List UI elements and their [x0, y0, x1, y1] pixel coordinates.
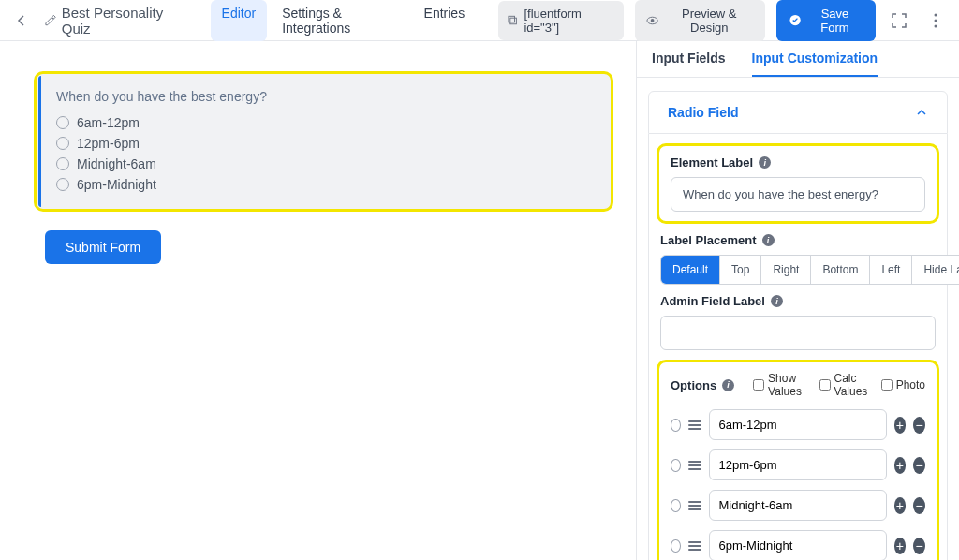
option-default-radio[interactable] — [671, 419, 681, 432]
field-question: When do you have the best energy? — [56, 89, 594, 104]
placement-left[interactable]: Left — [870, 256, 912, 284]
radio-options-list: 6am-12pm 12pm-6pm Midnight-6am 6pm-Midni… — [56, 115, 594, 192]
info-icon[interactable]: i — [762, 234, 775, 246]
label-placement-buttons: Default Top Right Bottom Left Hide Label — [660, 255, 959, 285]
remove-option-button[interactable]: − — [913, 538, 925, 554]
placement-default[interactable]: Default — [661, 256, 720, 284]
option-default-radio[interactable] — [671, 499, 681, 512]
radio-icon — [56, 137, 69, 150]
radio-field-panel-body: Element Label i Label Placement i Defaul… — [648, 134, 948, 560]
radio-field-panel-header[interactable]: Radio Field — [648, 91, 948, 134]
option-default-radio[interactable] — [671, 539, 681, 553]
form-title[interactable]: Best Personality Quiz — [44, 5, 188, 37]
admin-label-label: Admin Field Label i — [660, 294, 936, 308]
show-values-checkbox[interactable]: Show Values — [753, 372, 809, 398]
photo-checkbox[interactable]: Photo — [881, 378, 925, 391]
svg-point-6 — [934, 19, 937, 22]
radio-icon — [56, 178, 69, 191]
placement-top[interactable]: Top — [720, 256, 761, 284]
drag-handle-icon[interactable] — [688, 420, 701, 430]
info-icon[interactable]: i — [771, 295, 783, 307]
nav-tabs: Editor Settings & Integrations Entries — [211, 0, 477, 41]
more-menu-button[interactable] — [923, 7, 948, 34]
option-row: + − — [671, 490, 925, 521]
tab-entries[interactable]: Entries — [413, 0, 477, 41]
remove-option-button[interactable]: − — [913, 417, 925, 434]
svg-rect-0 — [510, 18, 517, 24]
fullscreen-button[interactable] — [887, 7, 911, 34]
back-button[interactable] — [11, 9, 33, 32]
admin-label-group: Admin Field Label i — [660, 294, 936, 350]
save-button[interactable]: Save Form — [776, 0, 876, 41]
chevron-left-icon — [16, 15, 27, 26]
radio-option[interactable]: 12pm-6pm — [56, 136, 594, 151]
copy-icon — [508, 15, 518, 26]
radio-option[interactable]: 6am-12pm — [56, 115, 594, 130]
info-icon[interactable]: i — [722, 379, 734, 391]
option-row: + − — [671, 449, 925, 480]
remove-option-button[interactable]: − — [913, 457, 925, 474]
panel-title: Radio Field — [668, 105, 738, 120]
element-label-label: Element Label i — [671, 155, 925, 169]
eye-icon — [646, 14, 658, 27]
placement-bottom[interactable]: Bottom — [811, 256, 870, 284]
add-option-button[interactable]: + — [894, 497, 907, 514]
add-option-button[interactable]: + — [894, 457, 907, 474]
label-placement-group: Label Placement i Default Top Right Bott… — [660, 233, 936, 285]
radio-icon — [56, 116, 69, 129]
drag-handle-icon[interactable] — [688, 541, 701, 551]
info-icon[interactable]: i — [759, 156, 771, 169]
pencil-icon — [44, 14, 56, 27]
label-placement-label: Label Placement i — [660, 233, 936, 247]
add-option-button[interactable]: + — [894, 417, 907, 434]
options-header: Options i Show Values Calc Values Photo — [671, 372, 925, 398]
option-label-input[interactable] — [709, 449, 887, 480]
placement-hide[interactable]: Hide Label — [912, 256, 959, 284]
options-group: Options i Show Values Calc Values Photo … — [657, 360, 939, 560]
radio-option[interactable]: Midnight-6am — [56, 156, 594, 171]
option-default-radio[interactable] — [671, 459, 681, 472]
shortcode-pill[interactable]: [fluentform id="3"] — [498, 1, 624, 40]
chevron-up-icon — [915, 106, 928, 119]
option-label-input[interactable] — [709, 530, 887, 560]
remove-option-button[interactable]: − — [913, 497, 925, 514]
element-label-input[interactable] — [671, 177, 925, 212]
placement-right[interactable]: Right — [761, 256, 811, 284]
option-rows: + − + − + − — [671, 409, 925, 560]
check-circle-icon — [789, 14, 801, 26]
svg-point-3 — [651, 19, 655, 22]
expand-icon — [892, 13, 907, 28]
svg-rect-1 — [509, 16, 515, 22]
shortcode-text: [fluentform id="3"] — [524, 7, 614, 35]
radio-option[interactable]: 6pm-Midnight — [56, 177, 594, 192]
option-label-input[interactable] — [709, 409, 887, 440]
option-row: + − — [671, 409, 925, 440]
tab-settings[interactable]: Settings & Integrations — [271, 0, 408, 41]
preview-button[interactable]: Preview & Design — [635, 0, 766, 41]
submit-button[interactable]: Submit Form — [45, 230, 161, 264]
admin-label-input[interactable] — [660, 316, 936, 350]
calc-values-checkbox[interactable]: Calc Values — [819, 372, 872, 398]
tab-input-customization[interactable]: Input Customization — [752, 41, 878, 77]
option-label-input[interactable] — [709, 490, 887, 521]
element-label-group: Element Label i — [657, 143, 939, 224]
radio-field-preview[interactable]: When do you have the best energy? 6am-12… — [34, 71, 613, 212]
drag-handle-icon[interactable] — [688, 461, 701, 470]
dots-vertical-icon — [934, 13, 937, 28]
add-option-button[interactable]: + — [894, 538, 907, 554]
sidebar: Input Fields Input Customization Radio F… — [636, 41, 959, 560]
form-title-text: Best Personality Quiz — [62, 5, 188, 37]
tab-input-fields[interactable]: Input Fields — [652, 41, 726, 77]
drag-handle-icon[interactable] — [688, 501, 701, 510]
svg-point-5 — [934, 13, 937, 16]
svg-point-7 — [934, 24, 937, 27]
tab-editor[interactable]: Editor — [211, 0, 268, 41]
top-bar: Best Personality Quiz Editor Settings & … — [0, 0, 959, 41]
radio-icon — [56, 157, 69, 170]
form-canvas: When do you have the best energy? 6am-12… — [0, 41, 636, 560]
sidebar-tabs: Input Fields Input Customization — [637, 41, 959, 78]
option-row: + − — [671, 530, 925, 560]
